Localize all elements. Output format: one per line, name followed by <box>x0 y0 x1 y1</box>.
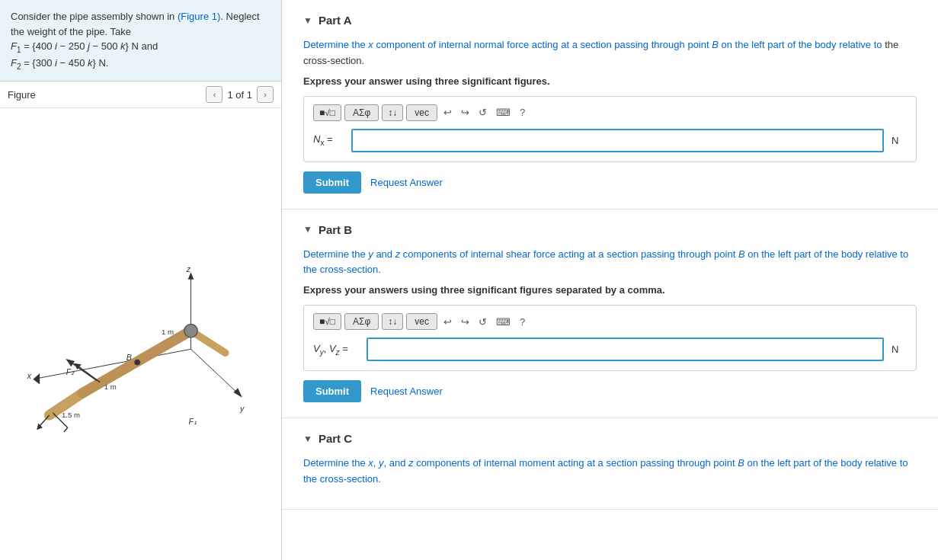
part-b-submit-button[interactable]: Submit <box>303 380 361 402</box>
help-icon-a[interactable]: ? <box>517 105 528 120</box>
keyboard-icon-b[interactable]: ⌨ <box>493 315 514 329</box>
part-a-request-link[interactable]: Request Answer <box>370 177 443 188</box>
part-a-unit: N <box>892 135 907 146</box>
svg-text:F₁: F₁ <box>188 417 196 426</box>
part-b-request-link[interactable]: Request Answer <box>370 386 443 397</box>
page-indicator: 1 of 1 <box>227 89 252 101</box>
part-b-input-row: Vy, Vz = N <box>313 338 907 361</box>
part-a-input-label: Nx = <box>313 133 344 147</box>
vec-button-b[interactable]: vec <box>406 313 437 330</box>
part-a-instruction: Express your answer using three signific… <box>303 75 917 87</box>
arrows-button-a[interactable]: ↕↓ <box>382 104 403 121</box>
part-b-unit: N <box>892 344 907 355</box>
formula-editor-button-b[interactable]: ■√□ <box>313 313 341 330</box>
symbols-button-a[interactable]: ΑΣφ <box>344 104 379 121</box>
figure-canvas: x y z B <box>0 108 281 560</box>
part-a-answer-box: ■√□ ΑΣφ ↕↓ vec ↩ ↪ ↺ ⌨ ? Nx = N <box>303 96 917 162</box>
part-a-section: ▼ Part A Determine the x component of in… <box>282 0 938 210</box>
part-a-description: Determine the x component of internal no… <box>303 37 917 69</box>
part-b-instruction: Express your answers using three signifi… <box>303 284 917 296</box>
part-b-input-label: Vy, Vz = <box>313 343 359 357</box>
part-b-description: Determine the y and z components of inte… <box>303 247 917 279</box>
undo-icon-a[interactable]: ↩ <box>440 105 455 120</box>
part-b-toolbar: ■√□ ΑΣφ ↕↓ vec ↩ ↪ ↺ ⌨ ? <box>313 313 907 330</box>
figure-label: Figure <box>8 89 36 101</box>
arrows-button-b[interactable]: ↕↓ <box>382 313 403 330</box>
svg-text:F₂: F₂ <box>66 367 74 376</box>
part-b-section: ▼ Part B Determine the y and z component… <box>282 210 938 419</box>
refresh-icon-b[interactable]: ↺ <box>475 315 490 329</box>
left-panel: Consider the pipe assembly shown in (Fig… <box>0 0 282 560</box>
figure-label-bar: Figure ‹ 1 of 1 › <box>0 82 281 108</box>
keyboard-icon-a[interactable]: ⌨ <box>493 105 514 120</box>
svg-text:1 m: 1 m <box>161 328 173 336</box>
symbols-button-b[interactable]: ΑΣφ <box>344 313 379 330</box>
part-a-toolbar: ■√□ ΑΣφ ↕↓ vec ↩ ↪ ↺ ⌨ ? <box>313 104 907 121</box>
svg-text:1 m: 1 m <box>104 382 116 391</box>
part-a-actions: Submit Request Answer <box>303 171 917 194</box>
part-b-collapse-icon[interactable]: ▼ <box>303 224 312 235</box>
part-b-actions: Submit Request Answer <box>303 380 917 402</box>
part-b-header: ▼ Part B <box>303 223 917 236</box>
problem-text: Consider the pipe assembly shown in (Fig… <box>0 0 281 82</box>
part-c-collapse-icon[interactable]: ▼ <box>303 434 312 444</box>
redo-icon-b[interactable]: ↪ <box>458 315 472 329</box>
part-c-description: Determine the x, y, and z components of … <box>303 456 917 488</box>
svg-text:z: z <box>185 264 190 274</box>
part-c-title: Part C <box>319 432 352 445</box>
right-panel: ▼ Part A Determine the x component of in… <box>282 0 938 560</box>
part-a-header: ▼ Part A <box>303 14 917 27</box>
help-icon-b[interactable]: ? <box>517 315 528 329</box>
part-c-section: ▼ Part C Determine the x, y, and z compo… <box>282 418 938 510</box>
undo-icon-b[interactable]: ↩ <box>440 315 455 329</box>
nav-controls: ‹ 1 of 1 › <box>206 86 274 103</box>
svg-text:y: y <box>239 404 245 413</box>
part-b-input[interactable] <box>367 338 884 361</box>
vec-button-a[interactable]: vec <box>406 104 437 121</box>
part-a-input[interactable] <box>351 129 884 152</box>
formula-editor-button-a[interactable]: ■√□ <box>313 104 341 121</box>
svg-point-14 <box>184 324 197 337</box>
part-a-collapse-icon[interactable]: ▼ <box>303 15 312 26</box>
refresh-icon-a[interactable]: ↺ <box>475 105 490 120</box>
part-c-header: ▼ Part C <box>303 432 917 445</box>
next-figure-button[interactable]: › <box>257 86 274 103</box>
part-a-input-row: Nx = N <box>313 129 907 152</box>
redo-icon-a[interactable]: ↪ <box>458 105 472 120</box>
figure-link[interactable]: (Figure 1) <box>178 11 220 22</box>
part-a-submit-button[interactable]: Submit <box>303 171 361 194</box>
svg-text:x: x <box>26 370 31 379</box>
part-a-title: Part A <box>319 14 352 27</box>
figure-svg: x y z B <box>19 235 263 434</box>
prev-figure-button[interactable]: ‹ <box>206 86 222 103</box>
svg-text:B: B <box>126 352 131 361</box>
part-b-title: Part B <box>319 223 352 236</box>
svg-text:1.5 m: 1.5 m <box>62 410 80 418</box>
part-b-answer-box: ■√□ ΑΣφ ↕↓ vec ↩ ↪ ↺ ⌨ ? Vy, Vz = N <box>303 305 917 371</box>
svg-point-15 <box>134 359 140 365</box>
